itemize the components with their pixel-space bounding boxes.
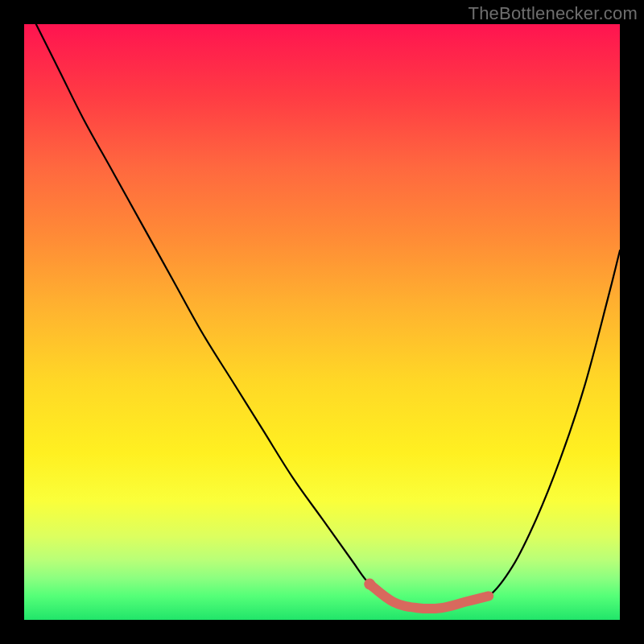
optimal-range-start-dot bbox=[364, 579, 375, 590]
bottleneck-curve bbox=[36, 24, 620, 609]
plot-area bbox=[24, 24, 620, 620]
watermark-label: TheBottlenecker.com bbox=[469, 3, 638, 24]
chart-frame: TheBottlenecker.com bbox=[0, 0, 644, 644]
optimal-range-highlight bbox=[369, 584, 489, 609]
chart-svg bbox=[24, 24, 620, 620]
